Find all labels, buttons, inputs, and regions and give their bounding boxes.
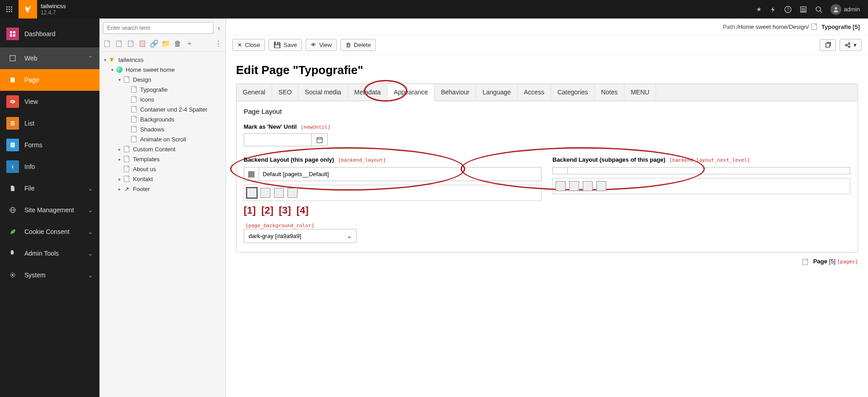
- user-name: admin: [844, 6, 860, 13]
- tree-node[interactable]: Typografie: [99, 84, 226, 94]
- tree-node-label: Templates: [133, 156, 160, 163]
- share-button[interactable]: ▾: [840, 39, 862, 51]
- tree-node[interactable]: ▾Design: [99, 75, 226, 84]
- newuntil-input[interactable]: [244, 133, 311, 146]
- user-menu[interactable]: admin: [830, 4, 860, 15]
- breadcrumb-path[interactable]: /Home sweet home/Design/: [736, 23, 809, 30]
- layout-sub-option-2[interactable]: [569, 181, 579, 191]
- tab-categories[interactable]: Categories: [551, 84, 595, 101]
- divider-icon[interactable]: ÷: [185, 40, 193, 48]
- sidebar-item-view-label: View: [24, 98, 38, 105]
- delete-button[interactable]: 🗑Delete: [340, 39, 376, 51]
- sidebar-item-list[interactable]: List: [0, 112, 99, 134]
- tab-language[interactable]: Language: [476, 84, 517, 101]
- layout-sub-option-4[interactable]: [596, 181, 606, 191]
- tree-node[interactable]: ▸Custom Content: [99, 144, 226, 154]
- tab-appearance[interactable]: Appearance: [387, 84, 435, 101]
- tree-toggle-icon[interactable]: ▸: [117, 177, 122, 182]
- tab-social-media[interactable]: Social media: [298, 84, 348, 101]
- tree-search-input[interactable]: [103, 22, 213, 34]
- tree-node[interactable]: Container und 2-4 Spalter: [99, 104, 226, 114]
- tree-toggle-icon[interactable]: ▸: [117, 187, 122, 191]
- layout-sub-option-1[interactable]: [556, 181, 566, 191]
- view-button[interactable]: 👁View: [306, 39, 337, 51]
- tree-node[interactable]: ▸Templates: [99, 154, 226, 164]
- svg-point-39: [849, 42, 850, 44]
- tree-node[interactable]: About us: [99, 164, 226, 174]
- link-icon[interactable]: 🔗: [150, 40, 158, 48]
- sidebar-item-view[interactable]: View: [0, 91, 99, 112]
- forms-icon: [6, 139, 19, 151]
- tree-node[interactable]: Icons: [99, 94, 226, 104]
- close-button[interactable]: ✕Close: [232, 39, 265, 51]
- tree-node[interactable]: ▸Kontakt: [99, 174, 226, 184]
- sidebar-group-file[interactable]: File ⌄: [0, 177, 99, 199]
- list-icon[interactable]: [800, 6, 807, 13]
- layout-option-1[interactable]: [247, 188, 257, 198]
- tab-metadata[interactable]: Metadata: [348, 84, 387, 101]
- tree-toggle-icon[interactable]: ▾: [102, 57, 108, 62]
- sidebar-group-sitemgmt[interactable]: Site Management ⌄: [0, 199, 99, 221]
- folder-icon[interactable]: 📁: [162, 40, 170, 48]
- svg-point-38: [845, 44, 847, 46]
- tree-toggle-icon[interactable]: ▾: [109, 67, 115, 72]
- svg-rect-5: [11, 9, 12, 10]
- tree-node[interactable]: ▾Home sweet home: [99, 65, 226, 75]
- tree-node[interactable]: Animate on Scroll: [99, 134, 226, 144]
- sidebar-group-admin[interactable]: Admin Tools ⌄: [0, 243, 99, 264]
- svg-rect-28: [11, 125, 15, 126]
- tab-behaviour[interactable]: Behaviour: [434, 84, 476, 101]
- tree-more-icon[interactable]: ⋮: [215, 39, 222, 48]
- layout-option-3[interactable]: [274, 188, 284, 198]
- apps-grid-icon[interactable]: [0, 0, 19, 19]
- help-icon[interactable]: ?: [784, 6, 792, 13]
- trash-icon[interactable]: 🗑: [174, 40, 182, 48]
- sidebar-group-system[interactable]: System ⌄: [0, 264, 99, 286]
- datepicker-button[interactable]: [311, 133, 328, 146]
- tree-node[interactable]: Backgrounds: [99, 114, 226, 124]
- tree-node-label: About us: [133, 166, 156, 173]
- tree-collapse-button[interactable]: ‹: [216, 22, 222, 34]
- tree-toggle-icon[interactable]: ▸: [117, 147, 122, 152]
- typo3-logo[interactable]: [19, 0, 37, 19]
- star-icon[interactable]: ★: [756, 6, 762, 13]
- sidebar-group-system-label: System: [24, 271, 46, 279]
- sidebar-group-web[interactable]: Web ⌃: [0, 47, 99, 69]
- backend-layout-select[interactable]: Default [pagets__Default]: [259, 167, 542, 181]
- chevron-down-icon: ⌄: [88, 185, 93, 192]
- new-page-type2-icon[interactable]: [127, 40, 135, 48]
- tree-toggle-icon[interactable]: ▾: [117, 77, 122, 82]
- tab-general[interactable]: General: [236, 84, 272, 101]
- layout-option-4[interactable]: [288, 188, 297, 198]
- tree-root[interactable]: ▾ tailwincss: [99, 55, 226, 65]
- breadcrumb-title[interactable]: Typografie [5]: [821, 23, 860, 30]
- tab-menu[interactable]: MENU: [624, 84, 656, 101]
- bg-color-select[interactable]: dark-gray [#a9a9a9] ⌄: [244, 229, 357, 243]
- open-new-window-button[interactable]: [820, 39, 836, 51]
- sidebar-dashboard-label: Dashboard: [24, 30, 56, 37]
- save-button[interactable]: 💾Save: [269, 39, 302, 51]
- bolt-icon[interactable]: [770, 6, 776, 13]
- tab-seo[interactable]: SEO: [272, 84, 299, 101]
- page-icon: [130, 96, 137, 103]
- new-page-icon[interactable]: [103, 40, 111, 48]
- tree-node[interactable]: Shadows: [99, 124, 226, 134]
- svg-rect-30: [11, 144, 14, 144]
- tab-access[interactable]: Access: [518, 84, 551, 101]
- sidebar-item-forms[interactable]: Forms: [0, 134, 99, 156]
- sidebar-item-info[interactable]: i Info: [0, 156, 99, 177]
- bg-color-key: [page_background_color]: [245, 223, 314, 229]
- sidebar-dashboard[interactable]: Dashboard: [0, 23, 99, 45]
- layout-sub-option-3[interactable]: [583, 181, 593, 191]
- sidebar-item-page[interactable]: Page: [0, 69, 99, 91]
- layout-option-2[interactable]: [260, 188, 270, 198]
- search-icon[interactable]: [815, 6, 822, 13]
- backend-layout-sub-select[interactable]: [568, 167, 850, 174]
- tree-toggle-icon[interactable]: ▸: [117, 157, 122, 162]
- new-page-red-icon[interactable]: [138, 40, 146, 48]
- tab-notes[interactable]: Notes: [595, 84, 625, 101]
- new-page-type1-icon[interactable]: [115, 40, 123, 48]
- sidebar-group-cookie[interactable]: Cookie Consent ⌄: [0, 221, 99, 243]
- annot-4: [4]: [297, 205, 309, 216]
- tree-node[interactable]: ▸↗Footer: [99, 184, 226, 194]
